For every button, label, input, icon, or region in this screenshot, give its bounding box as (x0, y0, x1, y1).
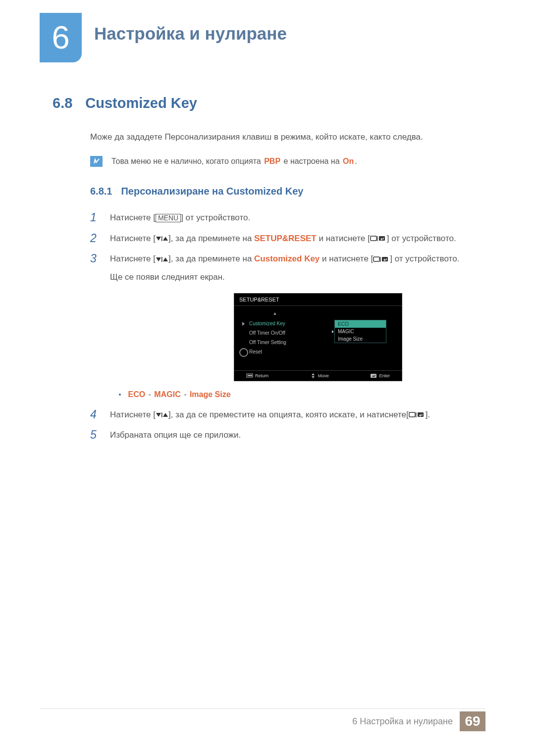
menu-button-label: MENU (156, 214, 181, 222)
return-icon (246, 373, 253, 378)
osd-footer-return: Return (246, 373, 268, 378)
note-text: Това меню не е налично, когато опцията P… (111, 157, 357, 166)
subsection-heading: 6.8.1 Персонализиране на Customized Key (90, 186, 485, 197)
t: ] от устройството. (181, 213, 250, 222)
svg-rect-3 (161, 257, 162, 262)
step-3-line2: Ще се появи следният екран. (110, 270, 459, 284)
footer-chapter-label: 6 Настройка и нулиране (352, 716, 460, 727)
t: ], за да преминете на (168, 254, 254, 263)
step-1: 1 Натиснете [MENU] от устройството. (90, 211, 485, 225)
enter-source-icon (409, 411, 426, 418)
setup-reset-label: SETUP&RESET (254, 234, 317, 243)
page-content: 6.8 Customized Key Може да зададете Перс… (53, 95, 485, 449)
step-list: 1 Натиснете [MENU] от устройството. 2 На… (90, 211, 485, 442)
option-eco: ECO (128, 390, 145, 399)
footer-page-number: 69 (460, 711, 485, 731)
options-bullet: ECO - MAGIC - Image Size (119, 390, 485, 399)
separator: - (148, 390, 152, 399)
svg-rect-11 (161, 412, 162, 417)
osd-panel: SETUP&RESET ▲ Customized Key Off Timer O… (234, 293, 402, 381)
note-prefix: Това меню не е налично, когато опцията (111, 157, 263, 165)
osd-item-reset: Reset (240, 347, 310, 356)
osd-dropdown-label: MAGIC (338, 329, 354, 334)
osd-item-customized-key: Customized Key (240, 319, 310, 328)
osd-footer-move: Move (310, 373, 329, 378)
note-row: Това меню не е налично, когато опцията P… (90, 156, 485, 167)
section-intro: Може да зададете Персонализирания клавиш… (90, 132, 485, 142)
step-4: 4 Натиснете [], за да се преместите на о… (90, 408, 485, 422)
t: ]. (426, 410, 430, 419)
option-image-size: Image Size (190, 390, 231, 399)
section-title: Customized Key (85, 95, 197, 111)
osd-item-label: Customized Key (249, 321, 285, 326)
subsection-title: Персонализиране на Customized Key (121, 186, 303, 197)
osd-dropdown-image-size: Image Size (335, 335, 386, 343)
t: Натиснете [ (110, 254, 156, 263)
note-pbp: PBP (263, 157, 281, 165)
svg-rect-1 (371, 236, 376, 241)
note-mid: е настроена на (281, 157, 342, 165)
step-3: 3 Натиснете [], за да преминете на Custo… (90, 252, 485, 284)
step-text: Натиснете [], за да преминете на SETUP&R… (110, 232, 456, 245)
osd-header: SETUP&RESET (234, 294, 402, 306)
enter-icon (370, 373, 377, 378)
osd-footer-enter: Enter (370, 373, 390, 378)
osd-item-off-timer-onoff: Off Timer On/Off (240, 328, 310, 338)
chapter-title: Настройка и нулиране (94, 24, 287, 44)
step-number: 4 (90, 408, 99, 422)
t: Натиснете [ (110, 213, 156, 222)
step-text: Натиснете [MENU] от устройството. (110, 211, 250, 224)
step-5: 5 Избраната опция ще се приложи. (90, 428, 485, 442)
svg-rect-4 (374, 257, 379, 261)
osd-body: ▲ Customized Key Off Timer On/Off Off Ti… (234, 306, 402, 370)
osd-right-panel: ECO MAGIC Image Size (334, 311, 396, 356)
osd-dropdown-eco: ECO (335, 320, 386, 328)
t: и натиснете [ (320, 254, 373, 263)
option-magic: MAGIC (154, 390, 180, 399)
step-number: 3 (90, 252, 99, 266)
triangle-right-icon (332, 330, 334, 333)
osd-dropdown-magic: MAGIC (335, 328, 386, 335)
t: Натиснете [ (110, 234, 156, 243)
osd-dropdown: ECO MAGIC Image Size (334, 320, 386, 343)
t: Return (255, 373, 268, 378)
svg-rect-9 (251, 375, 252, 376)
t: и натиснете [ (317, 234, 370, 243)
step-number: 2 (90, 232, 99, 246)
step-text: Избраната опция ще се приложи. (110, 428, 241, 442)
section-heading: 6.8 Customized Key (53, 95, 485, 111)
down-up-arrows-icon (156, 235, 168, 242)
note-suffix: . (355, 157, 357, 165)
chapter-badge: 6 (40, 13, 82, 62)
t: Enter (379, 373, 390, 378)
scroll-up-arrow-icon: ▲ (240, 311, 310, 316)
step-2: 2 Натиснете [], за да преминете на SETUP… (90, 232, 485, 246)
down-up-arrows-icon (156, 411, 168, 418)
t: ], за да преминете на (168, 234, 254, 243)
svg-rect-7 (248, 375, 249, 376)
page-footer: 6 Настройка и нулиране 69 (352, 711, 485, 731)
enter-source-icon (370, 235, 387, 242)
note-on: On (342, 157, 355, 165)
t: ] от устройството. (390, 254, 459, 263)
section-number: 6.8 (53, 95, 72, 111)
osd-footer: Return Move Enter (234, 370, 402, 381)
move-icon (310, 373, 316, 378)
customized-key-label: Customized Key (254, 254, 320, 263)
step-text: Натиснете [], за да се преместите на опц… (110, 408, 430, 421)
svg-rect-8 (249, 375, 251, 376)
footer-divider (40, 708, 485, 709)
osd-item-off-timer-setting: Off Timer Setting (240, 338, 310, 347)
step-number: 5 (90, 428, 99, 442)
note-icon (90, 156, 103, 167)
t: Натиснете [ (110, 410, 156, 419)
down-up-arrows-icon (156, 256, 168, 263)
step-number: 1 (90, 211, 99, 225)
t: ], за да се преместите на опцията, която… (168, 410, 409, 419)
t: ] от устройството. (387, 234, 456, 243)
svg-rect-0 (161, 236, 162, 241)
bullet-dot-icon (119, 394, 121, 396)
osd-menu-list: ▲ Customized Key Off Timer On/Off Off Ti… (240, 311, 310, 356)
subsection-number: 6.8.1 (90, 186, 112, 197)
triangle-right-icon (242, 322, 245, 326)
